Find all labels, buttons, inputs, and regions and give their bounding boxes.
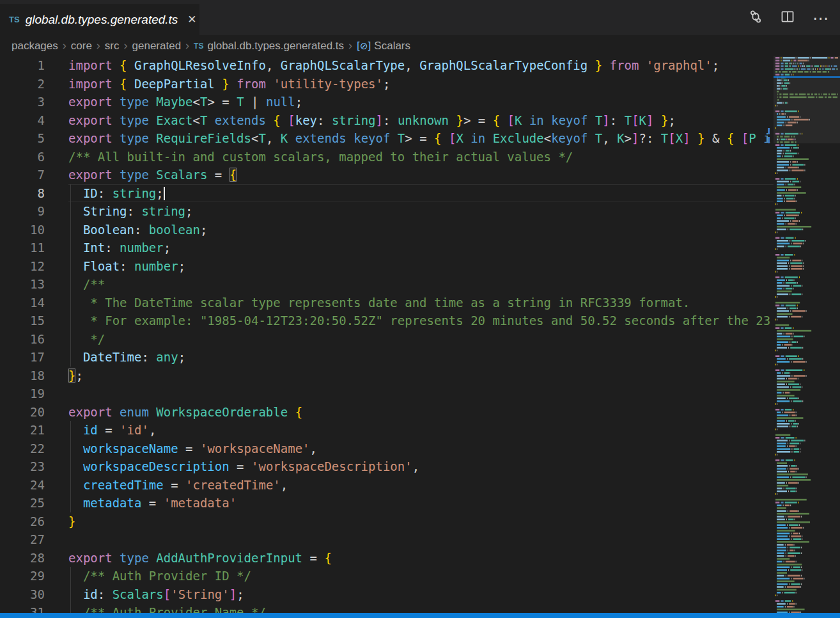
code-token: RequireFields (156, 131, 251, 145)
code-token: export (68, 551, 120, 565)
breadcrumb-item-scalars[interactable]: [⊘]Scalars (357, 40, 410, 52)
tab-global-db-types-generated-ts[interactable]: TS global.db.types.generated.ts ✕ (0, 4, 199, 35)
code-line-4[interactable]: export type Exact<T extends { [key: stri… (68, 111, 774, 130)
code-token: extends (288, 131, 354, 145)
code-line-23[interactable]: workspaceDescription = 'workspaceDescrip… (68, 457, 774, 476)
breadcrumb-item-src[interactable]: src (105, 40, 120, 52)
code-line-22[interactable]: workspaceName = 'workspaceName', (68, 440, 774, 458)
code-line-24[interactable]: createdTime = 'createdTime', (68, 476, 774, 495)
code-line-7[interactable]: export type Scalars = { (68, 166, 774, 184)
code-line-3[interactable]: export type Maybe<T> = T | null; (68, 93, 774, 111)
line-number: 2 (0, 75, 45, 93)
code-token: { (229, 168, 237, 182)
minimap[interactable] (774, 56, 840, 613)
split-editor-button[interactable] (778, 7, 797, 28)
code-token: GraphQLScalarTypeConfig (419, 58, 587, 72)
code-line-1[interactable]: import { GraphQLResolveInfo, GraphQLScal… (68, 56, 774, 75)
line-number: 14 (0, 294, 45, 312)
code-line-19[interactable] (68, 384, 774, 403)
code-line-6[interactable]: /** All built-in and custom scalars, map… (68, 148, 774, 166)
symbol-object-icon: [⊘] (357, 40, 370, 52)
code-token: type (120, 95, 156, 109)
code-line-8[interactable]: ID: string; (68, 184, 774, 203)
code-token: = (164, 478, 185, 492)
breadcrumb-label: Scalars (374, 40, 410, 52)
code-token: type (120, 113, 156, 127)
code-line-2[interactable]: import { DeepPartial } from 'utility-typ… (68, 75, 774, 93)
code-token (449, 113, 456, 127)
code-line-13[interactable]: /** (68, 275, 774, 294)
breadcrumb-item-core[interactable]: core (71, 40, 92, 52)
code-token: : (383, 113, 398, 127)
code-area[interactable]: import { GraphQLResolveInfo, GraphQLScal… (68, 56, 774, 613)
code-token: } (595, 58, 602, 72)
code-token: = (229, 459, 251, 473)
code-token: ] (632, 131, 639, 145)
code-line-28[interactable]: export type AddAuthProviderInput = { (68, 549, 774, 567)
code-line-11[interactable]: Int: number; (68, 239, 774, 257)
indent-guide (70, 457, 71, 476)
minimap-slider[interactable] (774, 56, 840, 143)
code-line-25[interactable]: metadata = 'metadata' (68, 494, 774, 512)
code-token: P (749, 131, 756, 145)
line-number: 7 (0, 166, 45, 184)
code-token: = (302, 551, 324, 565)
code-token: T (237, 95, 244, 109)
code-line-27[interactable] (68, 530, 774, 549)
editor-actions: ⋯ (746, 7, 840, 28)
code-token: 'utility-types' (273, 77, 383, 91)
code-line-12[interactable]: Float: number; (68, 257, 774, 276)
code-token: = (141, 496, 163, 510)
breadcrumb-separator: › (92, 39, 105, 52)
code-line-14[interactable]: * The DateTime scalar type represents da… (68, 294, 774, 312)
code-line-21[interactable]: id = 'id', (68, 421, 774, 440)
code-token: T (200, 113, 207, 127)
code-token: WorkspaceOrderable (156, 405, 295, 419)
code-token: ] (229, 587, 237, 601)
code-token: from (229, 77, 274, 91)
code-token: DateTime (83, 350, 142, 364)
code-token: [ (449, 131, 456, 145)
code-line-5[interactable]: export type RequireFields<T, K extends k… (68, 129, 774, 148)
code-line-16[interactable]: */ (68, 330, 774, 349)
code-line-15[interactable]: * For example: "1985-04-12T23:20:50.52Z"… (68, 312, 774, 330)
git-compare-icon (749, 10, 763, 26)
code-line-18[interactable]: }; (68, 367, 774, 385)
code-token: { (273, 113, 280, 127)
code-token: ; (295, 95, 302, 109)
editor[interactable]: 1234567891011121314151617181920212223242… (0, 56, 840, 613)
line-number: 23 (0, 457, 45, 476)
code-line-29[interactable]: /** Auth Provider ID */ (68, 567, 774, 585)
gutter: 1234567891011121314151617181920212223242… (0, 56, 45, 613)
more-actions-button[interactable]: ⋯ (810, 12, 831, 24)
line-number: 1 (0, 56, 45, 75)
code-line-10[interactable]: Boolean: boolean; (68, 221, 774, 239)
code-token: : (98, 186, 113, 200)
code-line-9[interactable]: String: string; (68, 202, 774, 221)
breadcrumb-item-generated[interactable]: generated (132, 40, 182, 52)
indent-guide (70, 567, 71, 585)
code-token: K (617, 131, 624, 145)
code-token: 'String' (171, 587, 229, 601)
code-token: = (178, 441, 200, 456)
breadcrumb-item-packages[interactable]: packages (12, 40, 58, 52)
code-token: [ (508, 113, 515, 127)
code-line-31[interactable]: /** Auth Provider Name */ (68, 603, 774, 613)
code-token: , (266, 58, 281, 72)
close-tab-icon[interactable]: ✕ (187, 14, 196, 25)
code-token: { (434, 131, 441, 145)
code-token: T (398, 131, 405, 145)
breadcrumb-item-global-db-types-generated-ts[interactable]: TSglobal.db.types.generated.ts (194, 40, 344, 52)
code-token: ; (178, 259, 185, 273)
code-token (281, 113, 288, 127)
open-changes-button[interactable] (746, 7, 765, 28)
code-line-17[interactable]: DateTime: any; (68, 348, 774, 367)
typescript-file-icon: TS (9, 15, 20, 24)
code-token: > = (405, 131, 434, 145)
code-line-20[interactable]: export enum WorkspaceOrderable { (68, 403, 774, 422)
code-line-26[interactable]: } (68, 512, 774, 531)
indent-guide (70, 421, 71, 440)
code-token: | (244, 95, 266, 109)
code-line-30[interactable]: id: Scalars['String']; (68, 585, 774, 604)
overview-ruler-cursor-mark (768, 128, 770, 134)
